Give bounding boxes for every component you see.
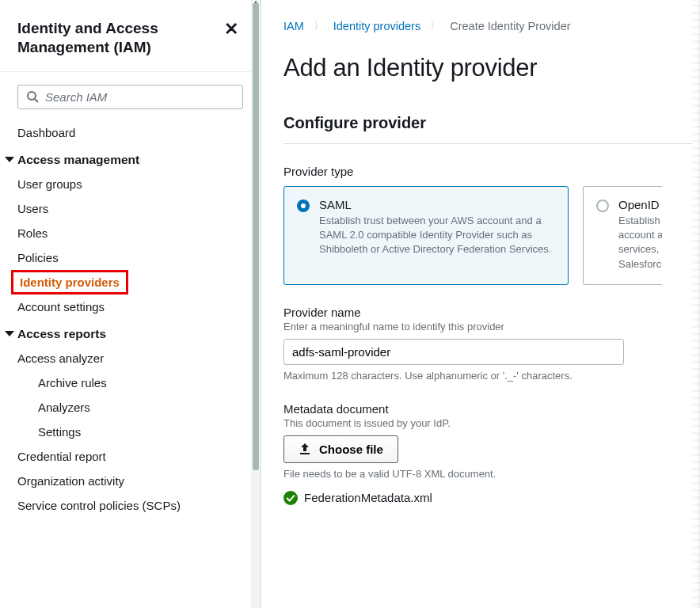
sidebar-item-settings[interactable]: Settings (0, 420, 261, 444)
upload-icon (299, 443, 311, 454)
provider-name-hint: Enter a meaningful name to identify this… (283, 321, 700, 332)
provider-name-footnote: Maximum 128 characters. Use alphanumeric… (283, 370, 700, 382)
metadata-label: Metadata document (283, 402, 700, 416)
sidebar: Identity and Access Management (IAM) ✕ D… (0, 0, 261, 608)
sidebar-item-policies[interactable]: Policies (0, 245, 261, 270)
provider-type-label: Provider type (283, 165, 700, 178)
provider-name-label: Provider name (283, 306, 700, 319)
search-input[interactable] (45, 90, 234, 104)
svg-line-1 (35, 99, 38, 102)
provider-name-field: Provider name Enter a meaningful name to… (283, 306, 700, 382)
radio-saml-title: SAML (319, 198, 555, 211)
sidebar-item-users[interactable]: Users (0, 196, 261, 221)
sidebar-item-credential-report[interactable]: Credential report (0, 444, 261, 469)
chevron-down-icon (5, 157, 14, 162)
breadcrumb-identity-providers[interactable]: Identity providers (333, 20, 420, 32)
svg-point-0 (28, 92, 36, 100)
radio-icon (596, 200, 609, 212)
sidebar-item-access-analyzer[interactable]: Access analyzer (0, 346, 261, 370)
sidebar-item-archive-rules[interactable]: Archive rules (0, 370, 261, 395)
sidebar-scrollbar[interactable]: ▲ (251, 0, 261, 608)
sidebar-item-organization-activity[interactable]: Organization activity (0, 469, 261, 493)
sidebar-title: Identity and Access Management (IAM) (17, 19, 200, 57)
radio-icon (297, 200, 310, 212)
search-input-wrap[interactable] (17, 85, 243, 109)
provider-name-input[interactable] (283, 339, 624, 365)
sidebar-section-label: Access reports (17, 327, 106, 341)
breadcrumb: IAM 〉 Identity providers 〉 Create Identi… (283, 19, 700, 33)
breadcrumb-current: Create Identity Provider (450, 20, 570, 32)
page-title: Add an Identity provider (283, 54, 700, 82)
sidebar-item-user-groups[interactable]: User groups (0, 172, 261, 196)
sidebar-item-identity-providers[interactable]: Identity providers (20, 276, 120, 289)
radio-saml[interactable]: SAML Establish trust between your AWS ac… (283, 186, 569, 285)
metadata-field: Metadata document This document is issue… (283, 402, 700, 505)
radio-openid[interactable]: OpenID Establish trust between your AWS … (583, 186, 662, 285)
radio-saml-desc: Establish trust between your AWS account… (319, 214, 555, 257)
sidebar-item-account-settings[interactable]: Account settings (0, 294, 261, 319)
sidebar-section-access-management[interactable]: Access management (0, 145, 261, 172)
metadata-hint: This document is issued by your IdP. (283, 417, 700, 429)
radio-openid-title: OpenID (618, 198, 662, 211)
torn-edge-decoration (692, 0, 700, 608)
chevron-down-icon (5, 331, 14, 336)
uploaded-file-name: FederationMetadata.xml (304, 491, 432, 504)
radio-openid-desc: Establish trust between your AWS account… (618, 214, 662, 272)
check-icon (283, 491, 298, 505)
search-icon (26, 90, 39, 103)
sidebar-section-access-reports[interactable]: Access reports (0, 319, 261, 346)
uploaded-file-row: FederationMetadata.xml (283, 491, 700, 505)
sidebar-item-dashboard[interactable]: Dashboard (0, 120, 261, 145)
choose-file-label: Choose file (319, 443, 383, 456)
main-content: IAM 〉 Identity providers 〉 Create Identi… (261, 0, 700, 608)
provider-type-field: Provider type SAML Establish trust betwe… (283, 165, 700, 285)
section-title: Configure provider (283, 114, 700, 144)
sidebar-item-roles[interactable]: Roles (0, 221, 261, 245)
close-icon[interactable]: ✕ (224, 19, 238, 38)
chevron-right-icon: 〉 (430, 19, 440, 33)
highlight-annotation: Identity providers (11, 270, 128, 294)
chevron-right-icon: 〉 (314, 19, 324, 33)
breadcrumb-root[interactable]: IAM (283, 20, 304, 32)
sidebar-section-label: Access management (17, 153, 139, 167)
metadata-footnote: File needs to be a valid UTF-8 XML docum… (283, 468, 700, 480)
sidebar-item-analyzers[interactable]: Analyzers (0, 395, 261, 420)
sidebar-item-scps[interactable]: Service control policies (SCPs) (0, 493, 261, 518)
scrollbar-thumb[interactable] (253, 3, 259, 470)
choose-file-button[interactable]: Choose file (283, 435, 398, 463)
